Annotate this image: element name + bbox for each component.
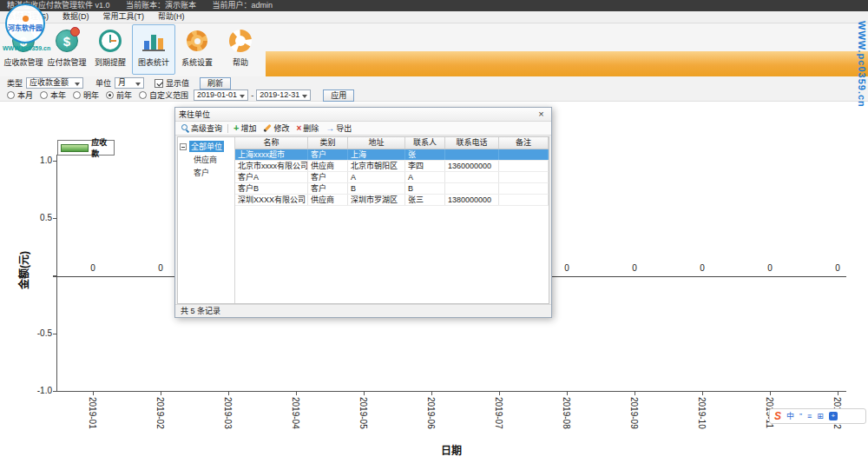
cell-category: 客户 (308, 183, 348, 194)
chart-stats-icon (141, 28, 167, 54)
column-header-name[interactable]: 名称 (235, 137, 308, 149)
point-label: 0 (84, 263, 102, 273)
site-name: 河东软件园 (8, 23, 43, 32)
system-settings-button[interactable]: 系统设置 (175, 24, 219, 75)
help-button[interactable]: 帮助 (219, 24, 262, 75)
input-mode-icon[interactable]: 中 (786, 409, 794, 423)
table-row[interactable]: 上海xxxx超市 客户 上海 张 (235, 149, 549, 161)
due-reminder-button[interactable]: 到期提醒 (89, 24, 132, 75)
delete-button[interactable]: × 删除 (293, 122, 322, 135)
y-tick-label: 0.5 (24, 213, 52, 222)
range-radio-custom[interactable] (139, 91, 147, 99)
cell-name: 北京市xxxx有限公司 (235, 161, 308, 171)
title-bar: 精湛应收应付款管理软件 v1.0 当前账本：演示账本 当前用户：admin (0, 0, 868, 11)
cell-name: 上海xxxx超市 (235, 149, 308, 160)
advanced-search-button[interactable]: 高级查询 (178, 122, 226, 135)
column-header-category[interactable]: 类别 (308, 137, 348, 149)
dialog-toolbar-label: 增加 (240, 122, 256, 134)
cell-category: 客户 (308, 149, 348, 160)
range-radio-year-before-last[interactable] (106, 91, 114, 99)
site-logo-watermark: 河东软件园 (5, 3, 45, 43)
payable-manage-button[interactable]: 应付款管理 (45, 24, 89, 75)
cell-phone (445, 183, 499, 194)
point-label: 0 (558, 263, 575, 273)
cell-remark (499, 161, 549, 171)
point-label: 0 (829, 263, 846, 273)
toolbar-separator (227, 124, 228, 133)
x-tick-label: 2019-05 (358, 397, 369, 442)
menu-tools[interactable]: 常用工具(T) (96, 11, 152, 23)
cell-address: 深圳市罗湖区 (348, 195, 405, 205)
table-header-row: 名称 类别 地址 联系人 联系电话 备注 (235, 137, 549, 149)
table-row[interactable]: 客户B 客户 B B (235, 183, 549, 195)
add-icon: + (233, 124, 239, 132)
contacts-table: 名称 类别 地址 联系人 联系电话 备注 上海xxxx超市 客户 上海 张 北京… (235, 137, 549, 303)
tree-collapse-icon[interactable] (180, 143, 187, 150)
keyboard-icon[interactable]: ⊞ (817, 409, 824, 423)
y-tick-label: -0.5 (24, 328, 52, 338)
table-row[interactable]: 客户A 客户 A A (235, 172, 549, 183)
table-row[interactable]: 北京市xxxx有限公司 供应商 北京市朝阳区 李四 1360000000 (235, 161, 549, 172)
x-tick-label: 2019-08 (561, 397, 572, 442)
dialog-title: 来往单位 (179, 109, 535, 120)
add-button[interactable]: + 增加 (230, 122, 260, 135)
unit-select[interactable]: 月 (115, 77, 144, 89)
toolbox-icon[interactable]: + (829, 412, 838, 420)
cell-category: 供应商 (308, 195, 348, 205)
toolbar-button-label: 系统设置 (181, 56, 213, 68)
cell-address: A (348, 172, 405, 182)
cell-name: 客户A (235, 172, 308, 182)
menu-data[interactable]: 数据(D) (56, 11, 96, 23)
point-label: 0 (152, 263, 169, 273)
type-select[interactable]: 应收款金额 (26, 77, 83, 89)
menu-icon[interactable]: ≡ (807, 409, 812, 423)
date-to-picker[interactable]: 2019-12-31 (256, 89, 311, 101)
tree-item-customers[interactable]: 客户 (194, 166, 234, 179)
dialog-close-button[interactable]: × (535, 109, 548, 120)
cell-contact: B (405, 183, 445, 194)
current-user: 当前用户：admin (213, 1, 273, 10)
edit-pencil-icon (264, 124, 272, 132)
dialog-toolbar-label: 删除 (303, 122, 319, 134)
column-header-remark[interactable]: 备注 (499, 137, 549, 149)
cell-phone: 1380000000 (445, 195, 499, 205)
range-radio-this-month[interactable] (7, 91, 15, 99)
cell-address: 北京市朝阳区 (348, 161, 405, 171)
cell-category: 客户 (308, 172, 348, 182)
app-window: 精湛应收应付款管理软件 v1.0 当前账本：演示账本 当前用户：admin 系统… (0, 0, 868, 470)
cell-address: B (348, 183, 405, 194)
column-header-phone[interactable]: 联系电话 (445, 137, 499, 149)
cell-phone (445, 172, 499, 182)
x-tick-label: 2019-02 (155, 397, 166, 442)
export-button[interactable]: → 导出 (322, 122, 355, 135)
y-tick-label: -1.0 (24, 386, 52, 395)
chart-legend: 应收款 (57, 140, 115, 156)
x-tick-label: 2019-09 (628, 397, 640, 442)
cell-contact: 李四 (405, 161, 445, 171)
dialog-toolbar-label: 修改 (273, 122, 289, 134)
sogou-logo-icon[interactable]: S (774, 409, 781, 423)
table-row[interactable]: 深圳XXXX有限公司 供应商 深圳市罗湖区 张三 1380000000 (235, 195, 549, 206)
range-radio-this-year[interactable] (40, 91, 48, 99)
punctuation-icon[interactable]: ” (799, 409, 802, 423)
current-account: 当前账本：演示账本 (126, 1, 196, 10)
cell-remark (499, 149, 549, 160)
column-header-address[interactable]: 地址 (348, 137, 405, 149)
range-radio-next-year[interactable] (73, 91, 81, 99)
range-label: 本年 (50, 89, 66, 101)
x-axis-ticks (93, 392, 839, 395)
apply-button[interactable]: 应用 (323, 89, 354, 102)
refresh-button[interactable]: 刷新 (200, 77, 231, 89)
tree-item-all-units[interactable]: 全部单位 (178, 140, 234, 153)
show-value-checkbox[interactable] (155, 79, 163, 88)
column-header-contact[interactable]: 联系人 (405, 137, 445, 149)
dialog-title-bar: 来往单位 × (175, 108, 551, 122)
date-from-picker[interactable]: 2019-01-01 (194, 89, 248, 101)
logo-dot-icon (23, 16, 29, 22)
toolbar-button-label: 图表统计 (138, 56, 169, 68)
tree-item-suppliers[interactable]: 供应商 (194, 153, 234, 166)
filter-row-range: 本月 本年 明年 前年 自定义范围 2019-01-01 - 2019-12-3… (0, 89, 868, 102)
menu-help[interactable]: 帮助(H) (151, 11, 192, 23)
edit-button[interactable]: 修改 (260, 122, 293, 135)
chart-stats-button[interactable]: 图表统计 (132, 24, 175, 75)
